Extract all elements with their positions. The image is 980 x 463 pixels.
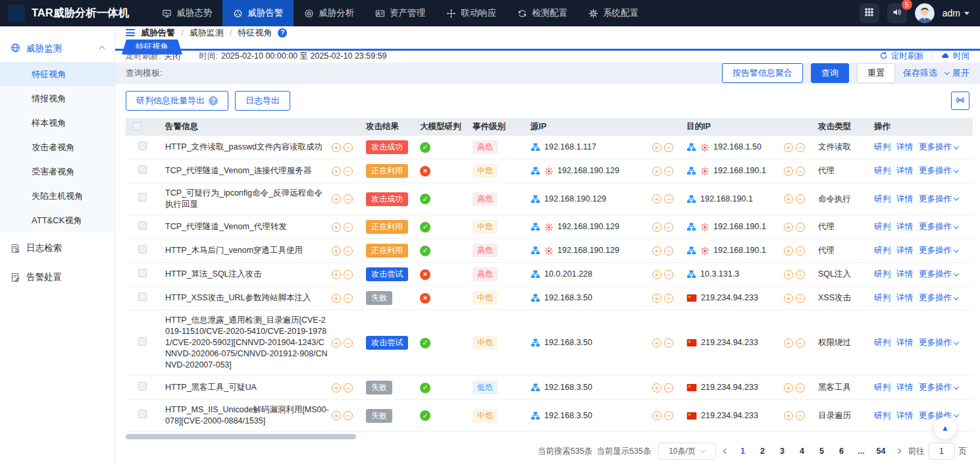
row-checkbox[interactable]: [138, 193, 147, 202]
expand-link[interactable]: 展开: [945, 67, 969, 79]
page-size-select[interactable]: 10条/页: [658, 443, 716, 460]
filter-include-icon[interactable]: +: [784, 270, 793, 279]
detail-link[interactable]: 详情: [896, 410, 913, 422]
filter-include-icon[interactable]: +: [332, 143, 341, 152]
filter-exclude-icon[interactable]: −: [664, 411, 673, 420]
goto-page-input[interactable]: [929, 443, 955, 460]
nav-item-alert-radar[interactable]: 威胁告警: [222, 0, 294, 26]
judge-link[interactable]: 研判: [874, 269, 890, 280]
filter-exclude-icon[interactable]: −: [796, 167, 805, 176]
scrollbar-thumb[interactable]: [126, 434, 356, 439]
sidebar-item-日志检索[interactable]: 日志检索: [0, 235, 115, 261]
filter-include-icon[interactable]: +: [332, 167, 341, 176]
filter-include-icon[interactable]: +: [784, 223, 793, 232]
filter-exclude-icon[interactable]: −: [344, 383, 353, 393]
filter-exclude-icon[interactable]: −: [344, 294, 353, 303]
filter-include-icon[interactable]: +: [784, 383, 793, 393]
page-number[interactable]: 4: [795, 447, 810, 456]
nav-item-situation-monitor[interactable]: 威胁态势: [151, 0, 222, 26]
user-menu[interactable]: adm: [942, 8, 969, 18]
detail-link[interactable]: 详情: [896, 165, 913, 177]
judge-link[interactable]: 研判: [874, 165, 890, 177]
judge-link[interactable]: 研判: [874, 337, 890, 348]
judge-link[interactable]: 研判: [874, 245, 890, 256]
page-number[interactable]: 6: [835, 447, 849, 456]
save-filter-link[interactable]: 保存筛选: [903, 67, 937, 79]
row-checkbox[interactable]: [138, 165, 147, 174]
back-to-top-button[interactable]: ▲: [934, 417, 956, 439]
filter-exclude-icon[interactable]: −: [796, 411, 805, 420]
apps-grid-button[interactable]: [860, 3, 879, 23]
filter-include-icon[interactable]: +: [652, 143, 661, 152]
judge-link[interactable]: 研判: [874, 410, 890, 422]
filter-exclude-icon[interactable]: −: [664, 294, 673, 303]
filter-include-icon[interactable]: +: [652, 194, 661, 204]
more-actions-link[interactable]: 更多操作: [919, 165, 958, 177]
help-icon[interactable]: ?: [278, 28, 287, 38]
filter-include-icon[interactable]: +: [784, 167, 793, 176]
filter-exclude-icon[interactable]: −: [664, 194, 673, 204]
filter-exclude-icon[interactable]: −: [344, 246, 353, 256]
reset-button[interactable]: 重置: [857, 63, 895, 83]
filter-exclude-icon[interactable]: −: [796, 383, 805, 393]
filter-exclude-icon[interactable]: −: [796, 194, 805, 204]
filter-include-icon[interactable]: +: [332, 339, 341, 348]
more-actions-link[interactable]: 更多操作: [919, 382, 958, 393]
more-actions-link[interactable]: 更多操作: [919, 269, 958, 280]
filter-include-icon[interactable]: +: [332, 194, 341, 204]
sidebar-group-threat-monitor[interactable]: 威胁监测: [0, 36, 115, 62]
detail-link[interactable]: 详情: [896, 292, 913, 304]
judge-link[interactable]: 研判: [874, 194, 890, 205]
filter-exclude-icon[interactable]: −: [796, 339, 805, 348]
nav-item-asset-idcard[interactable]: 资产管理: [365, 0, 436, 26]
filter-exclude-icon[interactable]: −: [344, 270, 353, 279]
page-number[interactable]: 5: [815, 447, 829, 456]
nav-item-gear[interactable]: 系统配置: [578, 0, 649, 26]
notifications-button[interactable]: 5: [887, 3, 907, 23]
column-settings-button[interactable]: [951, 92, 969, 110]
page-number[interactable]: 54: [874, 447, 889, 456]
filter-include-icon[interactable]: +: [652, 383, 661, 393]
filter-exclude-icon[interactable]: −: [344, 194, 353, 204]
judge-link[interactable]: 研判: [874, 221, 890, 232]
row-checkbox[interactable]: [138, 142, 147, 150]
detail-link[interactable]: 详情: [896, 194, 913, 205]
filter-exclude-icon[interactable]: −: [796, 246, 805, 256]
row-checkbox[interactable]: [138, 410, 147, 418]
sidebar-item-受害者视角[interactable]: 受害者视角: [0, 159, 115, 184]
page-number[interactable]: 2: [756, 447, 770, 456]
filter-exclude-icon[interactable]: −: [796, 294, 805, 303]
sidebar-item-告警处置[interactable]: 告警处置: [0, 264, 115, 290]
filter-exclude-icon[interactable]: −: [344, 223, 353, 232]
hamburger-icon[interactable]: [126, 29, 135, 36]
more-actions-link[interactable]: 更多操作: [919, 142, 958, 153]
avatar[interactable]: [915, 3, 935, 23]
detail-link[interactable]: 详情: [896, 337, 913, 348]
export-log-button[interactable]: 日志导出: [235, 91, 290, 111]
filter-exclude-icon[interactable]: −: [796, 223, 805, 232]
sidebar-item-样本视角[interactable]: 样本视角: [0, 111, 115, 135]
detail-link[interactable]: 详情: [896, 382, 913, 393]
more-actions-link[interactable]: 更多操作: [919, 245, 958, 256]
export-judgment-button[interactable]: 研判信息批量导出?: [126, 91, 228, 111]
time-filter-button[interactable]: 时间: [941, 51, 969, 62]
filter-include-icon[interactable]: +: [652, 270, 661, 279]
nav-item-detect-cycle[interactable]: 检测配置: [507, 0, 578, 26]
filter-include-icon[interactable]: +: [652, 223, 661, 232]
filter-exclude-icon[interactable]: −: [664, 383, 673, 393]
nav-item-analysis-target[interactable]: 威胁分析: [294, 0, 365, 26]
filter-include-icon[interactable]: +: [332, 294, 341, 303]
filter-exclude-icon[interactable]: −: [664, 246, 673, 256]
more-actions-link[interactable]: 更多操作: [919, 337, 958, 348]
judge-link[interactable]: 研判: [874, 382, 890, 393]
prev-page-button[interactable]: [723, 449, 729, 453]
detail-link[interactable]: 详情: [896, 221, 913, 232]
sidebar-item-情报视角[interactable]: 情报视角: [0, 86, 115, 111]
row-checkbox[interactable]: [138, 382, 147, 391]
sidebar-item-失陷主机视角[interactable]: 失陷主机视角: [0, 184, 115, 208]
filter-include-icon[interactable]: +: [652, 411, 661, 420]
filter-include-icon[interactable]: +: [784, 143, 793, 152]
filter-include-icon[interactable]: +: [332, 270, 341, 279]
filter-include-icon[interactable]: +: [784, 339, 793, 348]
more-actions-link[interactable]: 更多操作: [919, 194, 958, 205]
